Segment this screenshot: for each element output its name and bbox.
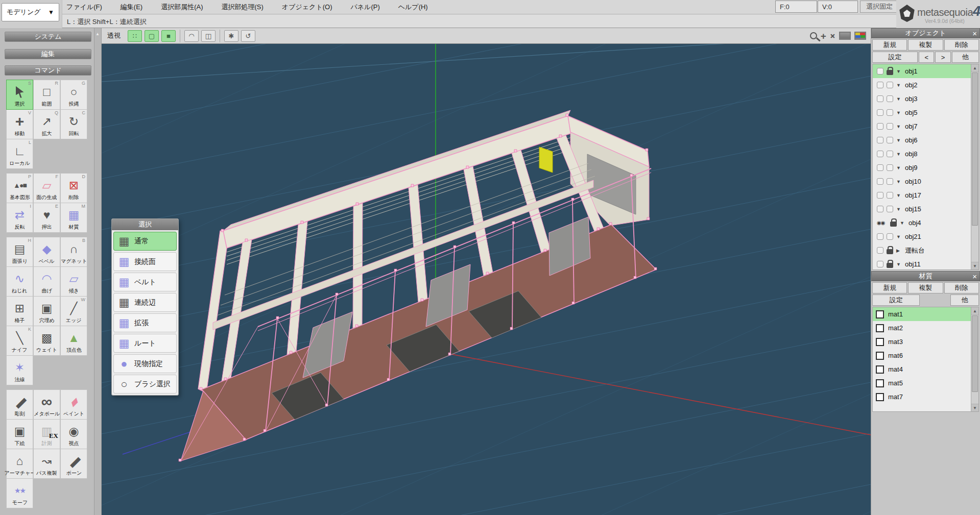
lock-checkbox[interactable]: [887, 164, 893, 171]
visibility-checkbox[interactable]: [877, 137, 883, 143]
section-edit[interactable]: 編集: [5, 49, 91, 59]
tool-primitive[interactable]: P▲●■基本図形: [6, 173, 33, 203]
lock-checkbox[interactable]: [887, 109, 893, 116]
view-mode-label[interactable]: 透視: [107, 31, 121, 40]
lock-checkbox[interactable]: [887, 206, 893, 212]
object-row[interactable]: ▼obj9: [873, 161, 973, 175]
lock-checkbox[interactable]: [887, 82, 893, 88]
lock-checkbox[interactable]: [887, 137, 893, 143]
lock-icon[interactable]: [887, 263, 893, 268]
visibility-checkbox[interactable]: [877, 109, 883, 116]
material-panel-header[interactable]: 材質 ×: [871, 271, 980, 281]
menu-selection-attr[interactable]: 選択部属性(A): [161, 3, 203, 12]
material-list-scrollbar[interactable]: ▲ ▼: [971, 307, 978, 411]
material-settings-button[interactable]: 設定: [872, 295, 920, 306]
menu-help[interactable]: ヘルプ(H): [398, 3, 428, 12]
scrollbar-thumb[interactable]: [972, 72, 978, 226]
lock-checkbox[interactable]: [887, 123, 893, 130]
visibility-checkbox[interactable]: [877, 82, 883, 88]
menu-edit[interactable]: 編集(E): [121, 3, 142, 12]
selmode-belt[interactable]: ▦ベルト: [113, 273, 177, 291]
selmode-pick[interactable]: ●現物指定: [113, 354, 177, 373]
visibility-checkbox[interactable]: [877, 178, 883, 185]
quad-view-icon[interactable]: [854, 32, 866, 40]
reset-view-button[interactable]: ↺: [241, 30, 255, 42]
collapse-arrow-icon[interactable]: ▲: [95, 32, 101, 36]
object-row[interactable]: ▼obj17: [873, 188, 973, 202]
lock-checkbox[interactable]: [887, 151, 893, 157]
lock-checkbox[interactable]: [887, 95, 893, 102]
object-row[interactable]: ▶運転台: [873, 243, 973, 257]
visibility-checkbox[interactable]: [877, 206, 883, 212]
show-edges-toggle[interactable]: ▢: [145, 30, 159, 42]
object-row[interactable]: ▼obj11: [873, 257, 973, 270]
tool-measure[interactable]: ▥EX計測: [33, 419, 60, 449]
visibility-checkbox[interactable]: [877, 233, 883, 240]
material-checkbox[interactable]: [876, 393, 884, 401]
tool-lattice[interactable]: ⊞格子: [6, 296, 33, 326]
show-vertices-toggle[interactable]: ∷: [128, 30, 142, 42]
eye-icon[interactable]: ◉◉: [877, 220, 887, 226]
tool-sculpt[interactable]: ▬彫刻: [6, 389, 33, 420]
tool-path-clone[interactable]: ↝パス複製: [33, 449, 60, 479]
material-checkbox[interactable]: [876, 379, 884, 387]
scroll-up-icon[interactable]: ▲: [971, 307, 978, 315]
visibility-checkbox[interactable]: [877, 247, 883, 254]
object-row[interactable]: ▼obj8: [873, 147, 973, 161]
face-count-field[interactable]: F:0: [775, 1, 817, 13]
lock-icon[interactable]: [890, 222, 897, 227]
mode-selector-dropdown[interactable]: モデリング ▼: [2, 3, 59, 21]
tool-metaball[interactable]: ∞メタボール: [33, 389, 60, 420]
lock-selection-button[interactable]: 選択固定: [860, 1, 899, 13]
expand-triangle-icon[interactable]: ▼: [896, 207, 902, 212]
tool-magnet[interactable]: B∩マグネット: [60, 237, 87, 267]
expand-triangle-icon[interactable]: ▼: [896, 234, 902, 239]
material-row[interactable]: mat6: [873, 349, 973, 362]
expand-triangle-icon[interactable]: ▼: [896, 69, 902, 74]
material-row[interactable]: mat1: [873, 307, 973, 321]
tool-select[interactable]: S選択: [6, 80, 33, 110]
object-row[interactable]: ▼obj10: [873, 175, 973, 188]
tool-move[interactable]: V+移動: [6, 109, 33, 139]
material-row[interactable]: mat3: [873, 335, 973, 349]
visibility-checkbox[interactable]: [877, 164, 883, 171]
expand-triangle-icon[interactable]: ▼: [896, 152, 902, 157]
lock-icon[interactable]: [887, 249, 893, 254]
object-next-button[interactable]: >: [935, 52, 950, 63]
material-row[interactable]: mat5: [873, 376, 973, 390]
front-only-toggle[interactable]: ◠: [184, 30, 199, 42]
object-delete-button[interactable]: 削除: [944, 39, 979, 51]
tool-extrude[interactable]: E♥押出: [33, 203, 60, 233]
tool-bevel[interactable]: ◆ベベル: [33, 237, 60, 267]
tool-viewpoint[interactable]: ◉視点: [60, 419, 87, 449]
object-row[interactable]: ▼obj7: [873, 119, 973, 133]
tool-morph[interactable]: ★★モーフ: [6, 478, 33, 508]
object-other-button[interactable]: 他: [952, 52, 979, 63]
object-row[interactable]: ◉◉▼obj4: [873, 216, 973, 230]
menu-panel[interactable]: パネル(P): [350, 3, 379, 12]
object-row[interactable]: ▼obj15: [873, 202, 973, 216]
object-row[interactable]: ▼obj21: [873, 230, 973, 243]
close-icon[interactable]: ×: [972, 29, 977, 38]
object-duplicate-button[interactable]: 複製: [908, 39, 943, 51]
scrollbar-thumb[interactable]: [972, 315, 978, 392]
expand-triangle-icon[interactable]: ▼: [896, 193, 902, 198]
object-row[interactable]: ▼obj2: [873, 78, 973, 92]
section-system[interactable]: システム: [5, 32, 91, 42]
tool-vertex-color[interactable]: ▲頂点色: [60, 326, 87, 356]
tool-scale[interactable]: Q↗拡大: [33, 109, 60, 139]
selmode-edge-loop[interactable]: ▦連続辺: [113, 293, 177, 312]
material-row[interactable]: mat7: [873, 390, 973, 404]
tool-create-face[interactable]: F▱面の生成: [33, 173, 60, 203]
single-view-icon[interactable]: [839, 32, 851, 40]
expand-triangle-icon[interactable]: ▼: [896, 124, 902, 129]
view-settings-gear-button[interactable]: ✱: [224, 30, 238, 42]
tool-shear[interactable]: ▱傾き: [60, 266, 87, 297]
3d-viewport[interactable]: [102, 44, 871, 515]
expand-triangle-icon[interactable]: ▼: [896, 179, 902, 184]
menu-object[interactable]: オブジェクト(O): [282, 3, 332, 12]
selmode-route[interactable]: ▦ルート: [113, 334, 177, 353]
material-delete-button[interactable]: 削除: [944, 282, 979, 293]
menu-selection-proc[interactable]: 選択部処理(S): [222, 3, 264, 12]
tool-weight[interactable]: ▩ウェイト: [33, 326, 60, 356]
